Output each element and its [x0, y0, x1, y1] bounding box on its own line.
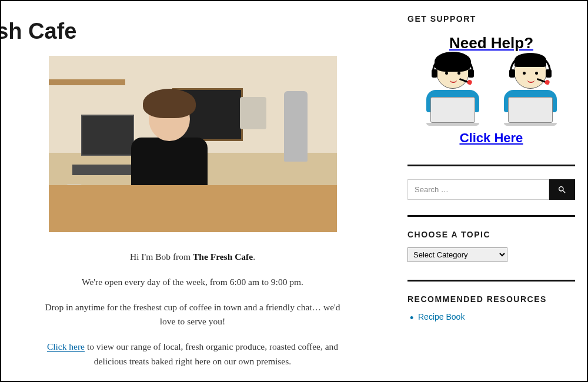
resource-link[interactable]: Recipe Book [418, 312, 465, 321]
search-input[interactable] [407, 179, 549, 200]
intro-line: Hi I'm Bob from The Fresh Cafe. [40, 250, 346, 264]
cta-rest: to view our range of local, fresh organi… [85, 341, 338, 366]
cta-line: Click here to view our range of local, f… [40, 340, 346, 369]
post-meta: er , 2021 [0, 98, 54, 122]
resources-list: Recipe Book [407, 312, 575, 321]
intro-prefix: Hi I'm Bob from [130, 252, 193, 262]
post-date-fragment: , 2021 [0, 110, 54, 122]
invite-line: Drop in anytime for the freshest cup of … [40, 300, 346, 330]
sidebar-divider [407, 165, 575, 166]
sidebar-divider [407, 280, 575, 282]
post-content: Hi I'm Bob from The Fresh Cafe. We're op… [40, 250, 346, 369]
hero-image [49, 56, 337, 232]
search-form [407, 179, 575, 200]
list-item: Recipe Book [410, 312, 575, 321]
category-select[interactable]: Select Category [407, 247, 507, 262]
cafe-name: The Fresh Cafe [193, 252, 253, 262]
click-here-link[interactable]: Click here [47, 341, 85, 352]
need-help-text: Need Help? [407, 34, 575, 52]
support-heading: GET SUPPORT [407, 14, 575, 24]
page-title: esh Cafe [0, 19, 384, 44]
click-here-text: Click Here [407, 130, 575, 146]
resources-heading: RECOMMENDED RESOURCES [407, 294, 575, 304]
support-agents-illustration [407, 56, 575, 126]
search-button[interactable] [549, 179, 575, 200]
sidebar-divider [407, 215, 575, 217]
intro-suffix: . [253, 252, 255, 262]
hours-line: We're open every day of the week, from 6… [40, 275, 346, 290]
post-author-fragment: er [0, 98, 54, 110]
search-icon [557, 185, 567, 195]
support-banner[interactable]: Need Help? Click Here [407, 32, 575, 149]
topic-heading: CHOOSE A TOPIC [407, 230, 575, 239]
